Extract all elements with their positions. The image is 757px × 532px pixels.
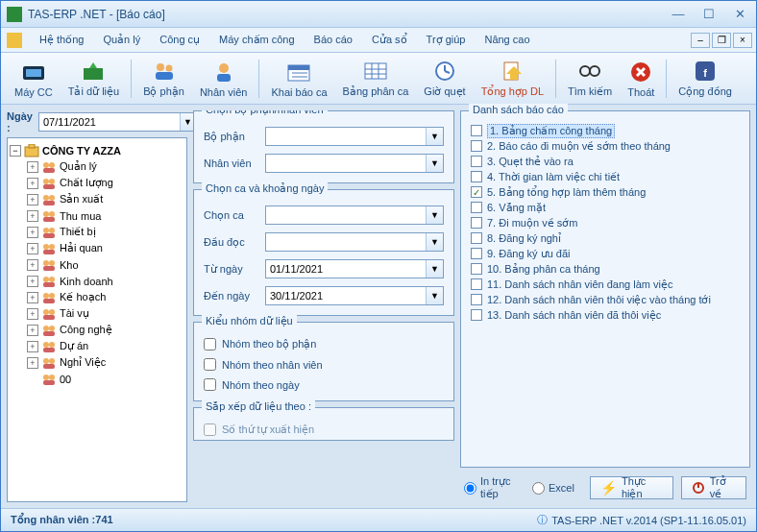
report-item[interactable]: 8. Đăng ký nghỉ (471, 230, 740, 246)
mdi-close-button[interactable]: × (733, 33, 752, 48)
report-item[interactable]: 3. Quẹt thẻ vào ra (471, 154, 740, 169)
dept-combo[interactable] (266, 128, 426, 145)
checkbox-sort-order[interactable]: Số thứ tự xuất hiện (204, 423, 444, 436)
tree-node[interactable]: +Thiết bị (10, 224, 184, 240)
checkbox-icon[interactable] (471, 232, 482, 244)
shift-combo[interactable] (266, 206, 426, 224)
checkbox-icon[interactable]: ✓ (471, 186, 482, 198)
menu-3[interactable]: Máy chấm công (209, 30, 305, 50)
toolbar-taidl[interactable]: Tải dữ liệu (61, 55, 127, 103)
checkbox-icon[interactable] (471, 248, 482, 259)
report-item[interactable]: ✓5. Bảng tổng hợp làm thêm tháng (471, 184, 740, 200)
svg-point-21 (580, 66, 590, 76)
execute-button[interactable]: ⚡Thực hiện (590, 476, 673, 499)
groupbox-sort: Sắp xếp dữ liệu theo : Số thứ tự xuất hi… (193, 407, 454, 441)
checkbox-icon[interactable] (471, 125, 482, 136)
checkbox-icon[interactable] (471, 202, 482, 213)
checkbox-icon[interactable] (471, 171, 482, 182)
menu-5[interactable]: Cửa sổ (362, 30, 417, 50)
reader-combo[interactable] (266, 233, 426, 251)
checkbox-icon[interactable] (471, 309, 482, 321)
menu-6[interactable]: Trợ giúp (417, 30, 476, 50)
tree-node[interactable]: +Sản xuất (10, 191, 184, 207)
toolbar-gioquet[interactable]: Giờ quẹt (416, 55, 473, 103)
maximize-button[interactable]: ☐ (698, 6, 720, 23)
chevron-down-icon[interactable]: ▼ (426, 206, 443, 224)
checkbox-icon[interactable] (471, 140, 482, 152)
chevron-down-icon[interactable]: ▼ (426, 260, 443, 278)
tree-node[interactable]: +Tài vụ (10, 305, 184, 322)
report-item[interactable]: 6. Vắng mặt (471, 200, 740, 215)
tree-node[interactable]: +Hải quan (10, 240, 184, 256)
minimize-button[interactable]: — (668, 6, 689, 23)
employee-combo[interactable] (266, 155, 426, 172)
toolbar-bangphanca[interactable]: Bảng phân ca (335, 55, 417, 103)
report-item[interactable]: 9. Đăng ký ưu đãi (471, 246, 740, 261)
status-left: Tổng nhân viên :741 (11, 514, 113, 526)
toolbar-congdong[interactable]: fCộng đồng (671, 55, 740, 103)
tree-node[interactable]: +Kế hoạch (10, 289, 184, 305)
toolbar-tonghop[interactable]: Tổng hợp DL (474, 55, 551, 103)
from-date-input[interactable] (266, 260, 426, 278)
mdi-restore-button[interactable]: ❐ (712, 33, 731, 48)
radio-print[interactable]: In trực tiếp (464, 475, 525, 500)
toolbar-khaibaoca[interactable]: Khai báo ca (263, 55, 334, 103)
svg-point-40 (43, 211, 49, 217)
menu-0[interactable]: Hệ thống (30, 30, 93, 50)
checkbox-icon[interactable] (471, 263, 482, 275)
checkbox-icon[interactable] (471, 278, 482, 290)
chevron-down-icon[interactable]: ▼ (426, 155, 443, 172)
tree-node[interactable]: +Kho (10, 256, 184, 273)
tree-node[interactable]: +Thu mua (10, 207, 184, 224)
chevron-down-icon[interactable]: ▼ (426, 128, 443, 145)
checkbox-group-date[interactable]: Nhóm theo ngày (204, 378, 444, 391)
tree-node[interactable]: +Nghỉ Việc (10, 354, 184, 371)
tree-node[interactable]: +Quản lý (10, 158, 184, 175)
svg-rect-33 (43, 168, 55, 173)
date-input[interactable] (39, 113, 180, 131)
tree-node[interactable]: +Kinh doanh (10, 273, 184, 289)
chevron-down-icon[interactable]: ▼ (426, 233, 443, 251)
close-button[interactable]: ✕ (729, 6, 750, 23)
report-item[interactable]: 12. Danh sách nhân viên thôi việc vào th… (471, 292, 740, 307)
checkbox-icon[interactable] (471, 217, 482, 229)
checkbox-group-dept[interactable]: Nhóm theo bộ phận (204, 338, 444, 351)
report-item[interactable]: 10. Bảng phân ca tháng (471, 261, 740, 277)
report-item[interactable]: 13. Danh sách nhân viên đã thôi việc (471, 307, 740, 323)
report-item[interactable]: 7. Đi muộn về sớm (471, 215, 740, 230)
people-icon (41, 160, 57, 174)
radio-excel[interactable]: Excel (532, 482, 574, 495)
statusbar: Tổng nhân viên :741 ⓘ TAS-ERP .NET v.201… (1, 508, 756, 531)
toolbar-nhanvien[interactable]: Nhân viên (192, 55, 256, 103)
menu-4[interactable]: Báo cáo (305, 30, 362, 50)
people-icon (41, 209, 57, 223)
menu-7[interactable]: Nâng cao (475, 30, 539, 50)
menu-2[interactable]: Công cụ (150, 30, 209, 50)
toolbar-bophan[interactable]: Bộ phận (135, 55, 192, 103)
tree-node[interactable]: 00 (10, 371, 184, 387)
report-item[interactable]: 4. Thời gian làm việc chi tiết (471, 169, 740, 184)
svg-point-58 (43, 309, 49, 315)
chevron-down-icon[interactable]: ▼ (426, 287, 443, 304)
mdi-minimize-button[interactable]: – (691, 33, 710, 48)
checkbox-icon[interactable] (471, 156, 482, 167)
toolbar: Máy CC Tải dữ liệu Bộ phận Nhân viên Kha… (1, 53, 756, 105)
report-item[interactable]: 1. Bảng chấm công tháng (471, 123, 740, 138)
department-tree[interactable]: − CÔNG TY AZZA +Quản lý+Chất lượng+Sản x… (7, 137, 187, 502)
tree-node[interactable]: +Công nghệ (10, 322, 184, 338)
report-item[interactable]: 2. Báo cáo đi muộn về sớm theo tháng (471, 138, 740, 154)
back-button[interactable]: Trở về (681, 476, 746, 499)
to-date-input[interactable] (266, 287, 426, 304)
menu-1[interactable]: Quản lý (93, 30, 150, 50)
tree-root[interactable]: − CÔNG TY AZZA (10, 142, 184, 158)
tree-node[interactable]: +Chất lượng (10, 175, 184, 191)
toolbar-thoat[interactable]: Thoát (620, 55, 662, 103)
toolbar-maycc[interactable]: Máy CC (7, 55, 61, 103)
checkbox-group-emp[interactable]: Nhóm theo nhân viên (204, 358, 444, 371)
toolbar-timkiem[interactable]: Tìm kiếm (560, 55, 620, 103)
svg-rect-12 (365, 63, 386, 79)
report-item[interactable]: 11. Danh sách nhân viên đang làm việc (471, 277, 740, 292)
checkbox-icon[interactable] (471, 294, 482, 305)
svg-point-35 (49, 179, 55, 184)
tree-node[interactable]: +Dự án (10, 338, 184, 354)
